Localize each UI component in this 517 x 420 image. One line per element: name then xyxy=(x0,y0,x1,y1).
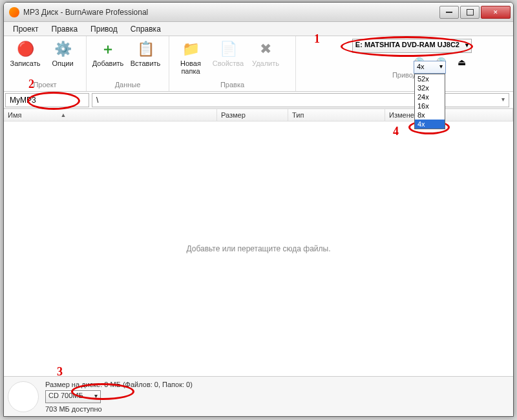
menubar: Проект Правка Привод Справка xyxy=(4,22,513,36)
speed-option[interactable]: 16x xyxy=(415,101,445,110)
speed-option[interactable]: 52x xyxy=(415,74,445,83)
speed-option[interactable]: 24x xyxy=(415,92,445,101)
file-drop-area[interactable]: Добавьте или перетащите сюда файлы. xyxy=(4,121,513,376)
delete-button[interactable]: ✖ Удалить xyxy=(247,37,284,79)
speed-option-selected[interactable]: 4x xyxy=(415,120,445,129)
menu-edit[interactable]: Правка xyxy=(45,23,85,35)
properties-button[interactable]: 📄 Свойства xyxy=(209,37,247,79)
app-icon xyxy=(9,7,19,17)
project-name-input[interactable] xyxy=(5,93,89,107)
disk-size-line: Размер на диске: 0 МБ (Файлов: 0, Папок:… xyxy=(45,381,193,388)
path-bar[interactable]: \ xyxy=(92,93,509,107)
menu-help[interactable]: Справка xyxy=(124,23,167,35)
group-label-drive: Привод xyxy=(299,70,511,80)
window-title: MP3 Диск - BurnAware Professional xyxy=(23,8,148,17)
speed-option[interactable]: 32x xyxy=(415,83,445,92)
close-button[interactable] xyxy=(481,6,511,19)
disc-usage-icon xyxy=(8,381,39,412)
paste-button[interactable]: 📋 Вставить xyxy=(127,37,164,79)
eject-icon[interactable]: ⏏ xyxy=(458,57,470,70)
drive-selector[interactable]: E: MATSHITA DVD-RAM UJ8C2 xyxy=(352,39,472,53)
available-space: 703 МБ доступно xyxy=(45,405,193,413)
speed-option[interactable]: 8x xyxy=(415,110,445,120)
gear-icon: ⚙️ xyxy=(54,40,72,58)
col-modified[interactable]: Изменен xyxy=(385,109,513,121)
app-window: MP3 Диск - BurnAware Professional Проект… xyxy=(3,2,514,417)
plus-icon: ＋ xyxy=(99,40,117,58)
clipboard-icon: 📋 xyxy=(136,40,154,58)
properties-icon: 📄 xyxy=(219,40,237,58)
speed-value: 4x xyxy=(417,63,425,70)
menu-drive[interactable]: Привод xyxy=(84,23,124,35)
delete-icon: ✖ xyxy=(257,40,275,58)
group-label-edit: Правка xyxy=(172,79,293,90)
status-bar: Размер на диске: 0 МБ (Файлов: 0, Папок:… xyxy=(4,376,513,416)
col-size[interactable]: Размер xyxy=(217,109,288,121)
sort-asc-icon: ▲ xyxy=(60,112,66,118)
col-type[interactable]: Тип xyxy=(288,109,385,121)
group-label-project: Проект xyxy=(6,79,83,90)
new-folder-button[interactable]: 📁 Новая папка xyxy=(172,37,209,79)
empty-hint: Добавьте или перетащите сюда файлы. xyxy=(186,244,330,253)
col-name[interactable]: Имя ▲ xyxy=(4,109,217,121)
burn-button[interactable]: 🔴 Записать xyxy=(6,37,44,79)
record-icon: 🔴 xyxy=(16,40,34,58)
minimize-button[interactable] xyxy=(439,6,459,19)
disc-type-selector[interactable]: CD 700МБ xyxy=(45,390,101,403)
titlebar: MP3 Диск - BurnAware Professional xyxy=(4,3,513,22)
options-button[interactable]: ⚙️ Опции xyxy=(44,37,81,79)
menu-project[interactable]: Проект xyxy=(6,23,45,35)
group-label-data: Данные xyxy=(89,79,166,90)
speed-dropdown-list: 52x 32x 24x 16x 8x 4x xyxy=(414,74,445,129)
speed-selector[interactable]: 4x 52x 32x 24x 16x 8x 4x xyxy=(414,61,446,74)
add-button[interactable]: ＋ Добавить xyxy=(89,37,127,79)
new-folder-icon: 📁 xyxy=(182,40,200,58)
maximize-button[interactable] xyxy=(460,6,480,19)
